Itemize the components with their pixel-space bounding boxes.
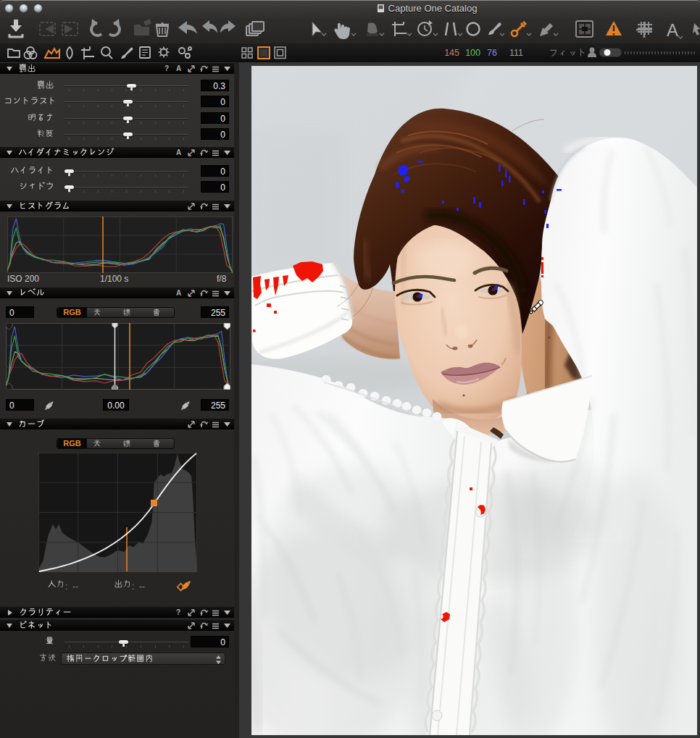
svg-text:100: 100 xyxy=(465,48,480,58)
svg-text:A: A xyxy=(667,20,678,40)
svg-text:111: 111 xyxy=(509,48,523,58)
svg-text:76: 76 xyxy=(487,48,497,58)
svg-text:145: 145 xyxy=(444,48,459,58)
